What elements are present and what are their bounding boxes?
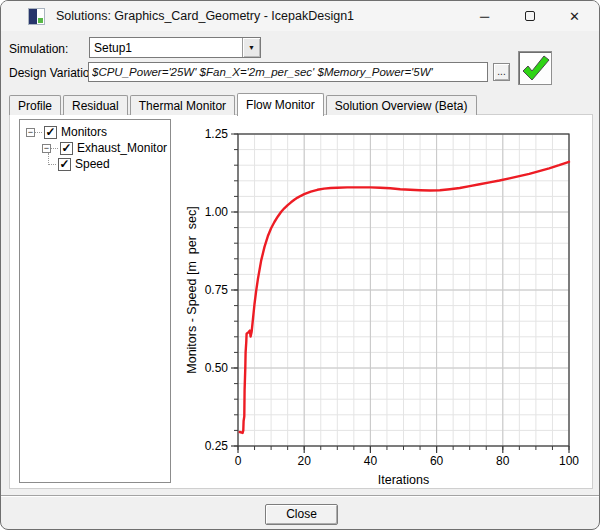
tab-residual[interactable]: Residual — [63, 95, 128, 115]
maximize-button[interactable] — [507, 1, 552, 31]
svg-text:80: 80 — [496, 454, 510, 468]
titlebar: Solutions: Graphics_Card_Geometry - Icep… — [1, 1, 599, 31]
speed-checkbox[interactable]: ✓ — [58, 158, 71, 171]
minimize-icon: ─ — [480, 9, 489, 24]
tab-flow-monitor[interactable]: Flow Monitor — [237, 93, 324, 116]
close-icon: ✕ — [569, 9, 580, 24]
svg-text:1.00: 1.00 — [205, 205, 229, 219]
svg-text:100: 100 — [559, 454, 579, 468]
tree-item-speed[interactable]: ✓ Speed — [20, 156, 170, 172]
tree-item-label: Monitors — [61, 125, 107, 139]
combobox-arrow-button[interactable]: ▼ — [242, 38, 260, 57]
svg-text:0: 0 — [235, 454, 242, 468]
simulation-combobox[interactable]: Setup1 ▼ — [89, 37, 261, 58]
tree-item-label: Speed — [75, 157, 110, 171]
tab-strip: Profile Residual Thermal Monitor Flow Mo… — [9, 93, 479, 115]
tree-item-exhaust-monitor[interactable]: − ✓ Exhaust_Monitor — [20, 140, 170, 156]
tree-elbow-connector — [48, 153, 56, 165]
tree-connector — [35, 132, 42, 133]
svg-text:0.75: 0.75 — [205, 283, 229, 297]
validate-button[interactable] — [518, 51, 552, 85]
close-button[interactable]: Close — [265, 504, 338, 525]
dropdown-arrow-icon: ▼ — [248, 44, 255, 51]
chart-svg: 0204060801000.250.500.751.001.25Iteratio… — [186, 119, 589, 488]
simulation-label: Simulation: — [9, 42, 68, 56]
app-icon — [29, 9, 44, 24]
window-title: Solutions: Graphics_Card_Geometry - Icep… — [56, 9, 354, 23]
browse-button[interactable]: ... — [493, 63, 510, 81]
svg-text:Iterations: Iterations — [378, 473, 429, 487]
design-variation-label: Design Variation: — [9, 66, 100, 80]
solutions-dialog: Solutions: Graphics_Card_Geometry - Icep… — [0, 0, 600, 530]
tab-profile[interactable]: Profile — [9, 95, 61, 115]
collapse-icon[interactable]: − — [26, 128, 35, 137]
tree-connector — [51, 148, 58, 149]
maximize-icon — [525, 11, 535, 21]
flow-monitor-chart: 0204060801000.250.500.751.001.25Iteratio… — [186, 119, 589, 488]
checkmark-icon: ✓ — [59, 159, 69, 170]
simulation-value: Setup1 — [90, 41, 242, 55]
svg-text:40: 40 — [364, 454, 378, 468]
design-variation-field[interactable] — [88, 62, 488, 82]
caption-buttons: ─ ✕ — [462, 1, 597, 31]
exhaust-monitor-checkbox[interactable]: ✓ — [60, 142, 73, 155]
monitor-tree: − ✓ Monitors − ✓ Exhaust_Monitor ✓ Speed — [19, 119, 171, 483]
check-icon — [519, 53, 551, 83]
svg-text:60: 60 — [430, 454, 444, 468]
titlebar-close-button[interactable]: ✕ — [552, 1, 597, 31]
tab-solution-overview[interactable]: Solution Overview (Beta) — [326, 95, 477, 115]
tree-item-label: Exhaust_Monitor — [77, 141, 167, 155]
svg-text:20: 20 — [298, 454, 312, 468]
checkmark-icon: ✓ — [61, 143, 71, 154]
collapse-icon[interactable]: − — [42, 144, 51, 153]
svg-text:1.25: 1.25 — [205, 127, 229, 141]
minimize-button[interactable]: ─ — [462, 1, 507, 31]
monitors-checkbox[interactable]: ✓ — [44, 126, 57, 139]
app-icon-green-square — [38, 18, 43, 23]
svg-text:0.50: 0.50 — [205, 361, 229, 375]
tab-thermal-monitor[interactable]: Thermal Monitor — [130, 95, 235, 115]
bottom-divider — [1, 495, 599, 497]
tree-item-monitors[interactable]: − ✓ Monitors — [20, 124, 170, 140]
svg-text:0.25: 0.25 — [205, 439, 229, 453]
checkmark-icon: ✓ — [45, 127, 55, 138]
svg-text:Monitors - Speed [m per sec]: Monitors - Speed [m per sec] — [186, 206, 199, 373]
